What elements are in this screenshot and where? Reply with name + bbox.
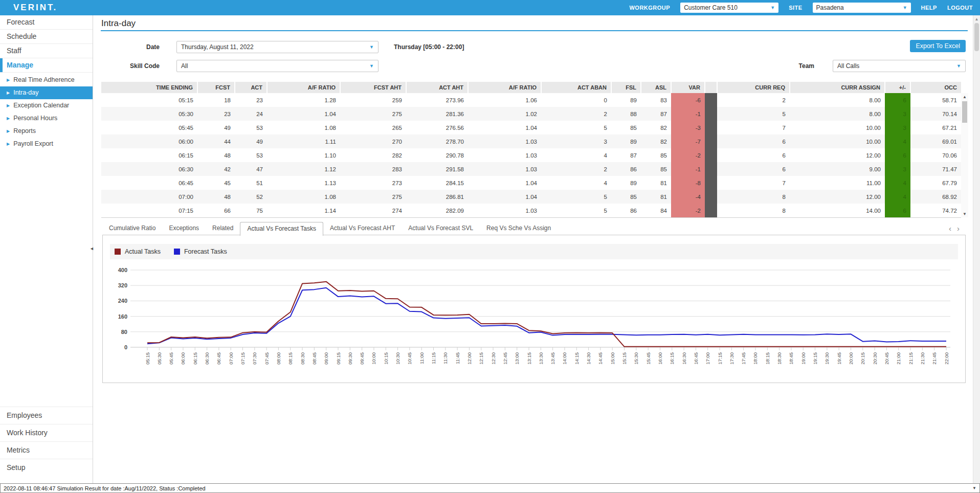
sidebar-bottom-items: EmployeesWork HistoryMetricsSetup xyxy=(0,407,93,476)
table-row[interactable]: 06:0044491.11270278.701.0338982-7610.004… xyxy=(101,135,961,148)
sidebar-item-payroll-export[interactable]: ▶Payroll Export xyxy=(0,138,93,150)
table-cell: 05:45 xyxy=(101,121,197,135)
tab-actual-vs-forecast-aht[interactable]: Actual Vs Forecast AHT xyxy=(323,222,402,235)
table-cell: 82 xyxy=(641,135,671,148)
tab-next-icon[interactable]: › xyxy=(957,224,960,233)
column-header-fsl: FSL xyxy=(611,82,641,93)
skill-code-select[interactable]: All ▼ xyxy=(176,60,378,72)
sidebar-item-forecast[interactable]: Forecast xyxy=(0,15,93,30)
table-cell: 68.92 xyxy=(910,190,961,204)
svg-text:80: 80 xyxy=(121,329,127,335)
scroll-up-icon[interactable]: ▲ xyxy=(961,93,968,100)
tree-item-icon: ▶ xyxy=(7,142,10,146)
export-to-excel-button[interactable]: Export To Excel xyxy=(910,40,966,52)
table-cell: 7 xyxy=(717,121,790,135)
svg-text:18:15: 18:15 xyxy=(765,352,770,365)
table-scrollbar[interactable]: ▲ ▼ xyxy=(961,93,968,217)
table-row[interactable]: 07:0048521.08275286.811.0458581-4812.004… xyxy=(101,190,961,204)
table-cell: 06:00 xyxy=(101,135,197,148)
sidebar-item-setup[interactable]: Setup xyxy=(0,459,93,476)
sidebar-item-intra-day[interactable]: ▶Intra-day xyxy=(0,86,93,99)
sidebar-item-work-history[interactable]: Work History xyxy=(0,424,93,441)
chevron-down-icon: ▼ xyxy=(369,45,374,50)
sidebar-collapse-icon[interactable]: ◄ xyxy=(90,246,94,251)
team-select[interactable]: All Calls ▼ xyxy=(833,60,966,72)
logout-button[interactable]: LOGOUT xyxy=(947,5,973,11)
topbar-controls: WORKGROUP Customer Care 510 ▼ SITE Pasad… xyxy=(629,3,973,13)
chevron-down-icon: ▼ xyxy=(770,6,775,10)
table-cell: 1.04 xyxy=(468,176,541,190)
table-row[interactable]: 05:1518231.28259273.961.0608983-628.0065… xyxy=(101,93,961,107)
sidebar-item-personal-hours[interactable]: ▶Personal Hours xyxy=(0,112,93,125)
tab-req-vs-sche-vs-assign[interactable]: Req Vs Sche Vs Assign xyxy=(480,222,558,235)
workgroup-label: WORKGROUP xyxy=(629,5,670,11)
sidebar-item-reports[interactable]: ▶Reports xyxy=(0,125,93,138)
table-cell: 84 xyxy=(641,204,671,218)
scrollbar-thumb[interactable] xyxy=(974,23,979,51)
table-cell: 1.04 xyxy=(267,107,340,121)
sidebar-item-exception-calendar[interactable]: ▶Exception Calendar xyxy=(0,99,93,112)
date-range-text: Thursday [05:00 - 22:00] xyxy=(394,41,464,53)
scrollbar-thumb[interactable] xyxy=(962,101,967,123)
table-cell: 2 xyxy=(717,93,790,107)
sidebar-item-label: Intra-day xyxy=(13,86,38,99)
scroll-down-icon[interactable]: ▼ xyxy=(961,210,968,217)
main-content: Intra-day Date Thursday, August 11, 2022… xyxy=(93,15,973,483)
table-cell: 11.00 xyxy=(790,176,885,190)
svg-text:05:45: 05:45 xyxy=(168,352,174,365)
table-cell: 18 xyxy=(197,93,235,107)
tab-actual-vs-forecast-svl[interactable]: Actual Vs Forecast SVL xyxy=(402,222,480,235)
help-button[interactable]: HELP xyxy=(921,5,937,11)
table-cell: 9.00 xyxy=(790,162,885,176)
table-cell: -6 xyxy=(671,93,705,107)
tree-item-icon: ▶ xyxy=(7,117,10,121)
svg-text:18:30: 18:30 xyxy=(776,352,782,365)
legend-item-forecast-tasks: Forecast Tasks xyxy=(174,248,227,255)
tab-related[interactable]: Related xyxy=(206,222,240,235)
table-row[interactable]: 06:4545511.13273284.151.0448981-8711.004… xyxy=(101,176,961,190)
sidebar-item-real-time-adherence[interactable]: ▶Real Time Adherence xyxy=(0,74,93,86)
date-select[interactable]: Thursday, August 11, 2022 ▼ xyxy=(176,41,378,53)
status-bar[interactable]: 2022-08-11 08:46:47 Simulation Result fo… xyxy=(0,483,980,493)
svg-text:14:45: 14:45 xyxy=(597,352,603,365)
column-header-occ: OCC xyxy=(910,82,961,93)
table-row[interactable]: 05:4549531.08265276.561.0458582-3710.003… xyxy=(101,121,961,135)
legend-swatch-icon xyxy=(174,249,180,255)
page-title: Intra-day xyxy=(101,18,136,29)
table-row[interactable]: 06:3042471.12283291.581.0328685-169.0037… xyxy=(101,162,961,176)
sidebar-item-staff[interactable]: Staff xyxy=(0,44,93,58)
page-scrollbar[interactable]: ▲ xyxy=(973,15,980,483)
site-select[interactable]: Pasadena ▼ xyxy=(813,3,911,13)
workgroup-select[interactable]: Customer Care 510 ▼ xyxy=(680,3,778,13)
sidebar-item-schedule[interactable]: Schedule xyxy=(0,30,93,44)
svg-text:240: 240 xyxy=(118,298,127,304)
sidebar-item-manage[interactable]: Manage xyxy=(0,58,93,73)
table-cell: 0 xyxy=(541,93,611,107)
tab-cumulative-ratio[interactable]: Cumulative Ratio xyxy=(102,222,162,235)
date-value: Thursday, August 11, 2022 xyxy=(181,43,254,51)
title-underline xyxy=(101,30,968,31)
table-row[interactable]: 06:1548531.10282290.781.0348785-2612.006… xyxy=(101,148,961,162)
table-cell: 81 xyxy=(641,176,671,190)
table-cell: 14.00 xyxy=(790,204,885,218)
sidebar-item-metrics[interactable]: Metrics xyxy=(0,441,93,459)
svg-text:09:30: 09:30 xyxy=(347,352,353,365)
table-cell: 1.08 xyxy=(267,190,340,204)
table-row[interactable]: 07:1566751.14274282.091.0358684-2814.006… xyxy=(101,204,961,218)
table-cell: 1.13 xyxy=(267,176,340,190)
tab-prev-icon[interactable]: ‹ xyxy=(949,224,951,233)
table-cell: 81 xyxy=(641,190,671,204)
scroll-up-icon[interactable]: ▲ xyxy=(973,15,980,23)
table-cell: 49 xyxy=(235,135,267,148)
tab-actual-vs-forecast-tasks[interactable]: Actual Vs Forecast Tasks xyxy=(240,222,323,236)
table-cell: 83 xyxy=(641,93,671,107)
table-cell: 89 xyxy=(611,135,641,148)
sidebar-item-employees[interactable]: Employees xyxy=(0,407,93,424)
svg-text:16:30: 16:30 xyxy=(681,352,687,365)
table-cell: 58.71 xyxy=(910,93,961,107)
table-row[interactable]: 05:3023241.04275281.361.0228887-158.0037… xyxy=(101,107,961,121)
table-cell: 4 xyxy=(885,135,910,148)
table-cell: 1.10 xyxy=(267,148,340,162)
tab-exceptions[interactable]: Exceptions xyxy=(162,222,206,235)
table-cell: 89 xyxy=(611,176,641,190)
